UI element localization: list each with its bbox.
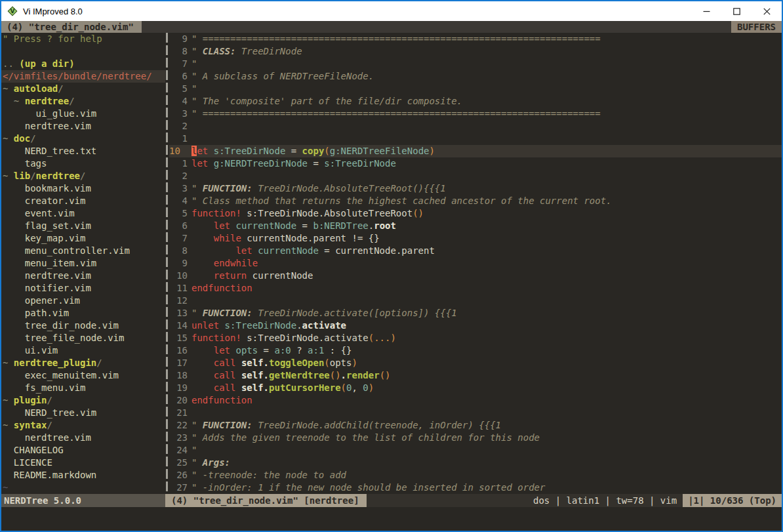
tree-line[interactable]: opener.vim <box>1 295 165 307</box>
line-number: 8 <box>169 245 191 257</box>
code-line[interactable]: 15function! s:TreeDirNode.activate(...) <box>169 332 782 344</box>
code-line[interactable]: 21 <box>169 407 782 419</box>
tree-line[interactable]: nerdtree.vim <box>1 432 165 444</box>
code-line[interactable]: 10let s:TreeDirNode = copy(g:NERDTreeFil… <box>169 145 782 157</box>
token-cmt: " Adds the given treenode to the list of… <box>191 432 540 443</box>
tree-line[interactable]: ~ syntax/ <box>1 419 165 432</box>
code-line[interactable]: 4" Class method that returns the highest… <box>169 195 782 207</box>
code-line[interactable]: 4" The 'composite' part of the file/dir … <box>169 95 782 108</box>
tree-line[interactable]: fs_menu.vim <box>1 382 165 394</box>
tree-line[interactable]: ~ plugin/ <box>1 394 165 407</box>
code-line[interactable]: 1 <box>169 133 782 145</box>
tree-line[interactable]: ~ autoload/ <box>1 83 165 95</box>
tree-line[interactable]: README.markdown <box>1 469 165 481</box>
code-line[interactable]: 22" FUNCTION: TreeDirNode.addChild(treen… <box>169 419 782 432</box>
minimize-button[interactable] <box>691 1 721 21</box>
tree-line[interactable]: creator.vim <box>1 195 165 207</box>
token-nt-file: creator.vim <box>3 195 85 206</box>
tree-line[interactable]: NERD_tree.txt <box>1 145 165 157</box>
code-line[interactable]: 25" Args: <box>169 457 782 469</box>
tree-line[interactable]: LICENCE <box>1 457 165 469</box>
tree-line[interactable] <box>1 45 165 58</box>
code-text: let g:NERDTreeDirNode = s:TreeDirNode <box>191 157 782 170</box>
tree-line[interactable]: flag_set.vim <box>1 220 165 232</box>
tree-line[interactable]: exec_menuitem.vim <box>1 369 165 382</box>
code-line[interactable]: 20endfunction <box>169 394 782 407</box>
close-button[interactable] <box>752 1 782 21</box>
token-txt <box>191 233 214 243</box>
code-line[interactable]: 17 call self.toggleOpen(opts) <box>169 357 782 369</box>
code-line[interactable]: 3" =====================================… <box>169 108 782 120</box>
tree-line[interactable]: ui.vim <box>1 344 165 357</box>
svg-text:V: V <box>10 8 15 14</box>
tree-line[interactable]: notifier.vim <box>1 282 165 295</box>
code-line[interactable]: 19 call self.putCursorHere(0, 0) <box>169 382 782 394</box>
code-line[interactable]: 7 while currentNode.parent != {} <box>169 232 782 245</box>
code-line[interactable]: 11endfunction <box>169 282 782 295</box>
tree-line[interactable]: ~ nerdtree/ <box>1 95 165 108</box>
code-line[interactable]: 23" Adds the given treenode to the list … <box>169 432 782 444</box>
token-nt-file: exec_menuitem.vim <box>3 370 119 380</box>
code-line[interactable]: 16 let opts = a:0 ? a:1 : {} <box>169 344 782 357</box>
code-line[interactable]: 12 <box>169 295 782 307</box>
code-line[interactable]: 2 <box>169 170 782 182</box>
token-txt: = currentNode.parent <box>319 245 435 256</box>
tree-line[interactable]: .. (up a dir) <box>1 58 165 70</box>
token-bold: . <box>341 370 346 380</box>
tab-tree-dir-node[interactable]: (4) "tree_dir_node.vim" <box>1 21 142 33</box>
token-nt-punct: / <box>47 420 52 430</box>
code-line[interactable]: 6 let currentNode = b:NERDTree.root <box>169 220 782 232</box>
tree-line[interactable]: nerdtree.vim <box>1 120 165 133</box>
token-txt: s:TreeDirNode.activate <box>241 333 369 343</box>
token-nt-file: tree_dir_node.vim <box>3 320 119 331</box>
tree-line[interactable]: tags <box>1 157 165 170</box>
token-nt-file: menu_item.vim <box>3 258 96 268</box>
tree-line[interactable]: menu_item.vim <box>1 257 165 270</box>
code-line[interactable]: 26" -treenode: the node to add <box>169 469 782 481</box>
code-line[interactable]: 6" A subclass of NERDTreeFileNode. <box>169 70 782 83</box>
tree-line[interactable]: </vimfiles/bundle/nerdtree/ <box>1 70 165 83</box>
token-nt-file: key_map.vim <box>3 233 85 243</box>
tree-line[interactable]: NERD_tree.vim <box>1 407 165 419</box>
tree-line[interactable]: tree_file_node.vim <box>1 332 165 344</box>
editor-panel: 9" =====================================… <box>169 33 782 494</box>
code-line[interactable]: 5" <box>169 83 782 95</box>
code-line[interactable]: 1let g:NERDTreeDirNode = s:TreeDirNode <box>169 157 782 170</box>
command-line-area[interactable] <box>1 507 782 531</box>
code-line[interactable]: 18 call self.getNerdtree().render() <box>169 369 782 382</box>
tree-line[interactable]: path.vim <box>1 307 165 319</box>
tree-line[interactable]: ~ nerdtree_plugin/ <box>1 357 165 369</box>
tree-line[interactable]: ui_glue.vim <box>1 108 165 120</box>
tree-line[interactable]: tree_dir_node.vim <box>1 319 165 332</box>
buffers-label[interactable]: BUFFERS <box>731 21 782 33</box>
code-line[interactable]: 24" <box>169 444 782 457</box>
tree-line[interactable]: " Press ? for help <box>1 33 165 45</box>
line-number: 2 <box>169 170 191 182</box>
code-line[interactable]: 3" FUNCTION: TreeDirNode.AbsoluteTreeRoo… <box>169 182 782 195</box>
code-line[interactable]: 9" =====================================… <box>169 33 782 45</box>
code-line[interactable]: 8" CLASS: TreeDirNode <box>169 45 782 58</box>
code-line[interactable]: 5function! s:TreeDirNode.AbsoluteTreeRoo… <box>169 207 782 220</box>
tree-line[interactable]: ~ doc/ <box>1 133 165 145</box>
vertical-split-separator[interactable] <box>165 33 169 494</box>
code-line[interactable]: 14unlet s:TreeDirNode.activate <box>169 319 782 332</box>
tree-line[interactable]: CHANGELOG <box>1 444 165 457</box>
tree-line[interactable]: key_map.vim <box>1 232 165 245</box>
code-line[interactable]: 10 return currentNode <box>169 270 782 282</box>
tree-line[interactable]: event.vim <box>1 207 165 220</box>
tree-line[interactable]: ~ <box>1 481 165 494</box>
token-nt-dir: doc <box>14 133 30 144</box>
maximize-button[interactable] <box>721 1 752 21</box>
code-line[interactable]: 13" FUNCTION: TreeDirNode.activate([opti… <box>169 307 782 319</box>
token-par: (...) <box>369 333 396 343</box>
code-line[interactable]: 2 <box>169 120 782 133</box>
tree-line[interactable]: ~ lib/nerdtree/ <box>1 170 165 182</box>
tree-line[interactable]: bookmark.vim <box>1 182 165 195</box>
code-text: " FUNCTION: TreeDirNode.AbsoluteTreeRoot… <box>191 182 782 195</box>
tree-line[interactable]: nerdtree.vim <box>1 270 165 282</box>
tree-line[interactable]: menu_controller.vim <box>1 245 165 257</box>
code-line[interactable]: 9 endwhile <box>169 257 782 270</box>
code-line[interactable]: 27" -inOrder: 1 if the new node should b… <box>169 481 782 494</box>
code-line[interactable]: 7" <box>169 58 782 70</box>
code-line[interactable]: 8 let currentNode = currentNode.parent <box>169 245 782 257</box>
